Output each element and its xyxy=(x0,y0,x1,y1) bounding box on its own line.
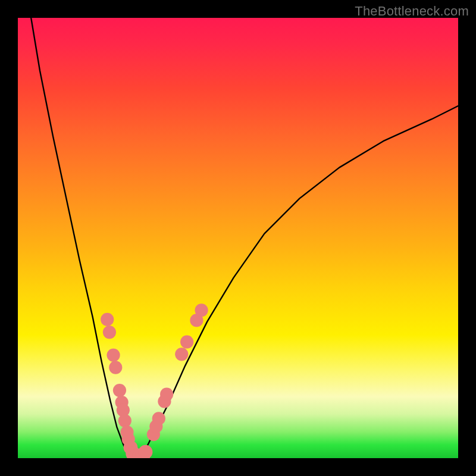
data-point xyxy=(195,303,208,317)
data-point xyxy=(152,412,165,425)
bottleneck-curve xyxy=(31,18,458,458)
data-point xyxy=(107,349,120,362)
data-point xyxy=(118,414,131,427)
chart-frame: TheBottleneck.com xyxy=(0,0,476,476)
data-point xyxy=(109,361,122,374)
data-point xyxy=(113,384,126,397)
data-point xyxy=(101,313,114,326)
data-point xyxy=(103,325,116,339)
marker-group xyxy=(101,303,208,458)
curve-group xyxy=(31,18,458,458)
data-point xyxy=(139,445,153,458)
data-point xyxy=(175,347,188,361)
chart-overlay xyxy=(18,18,458,458)
plot-area xyxy=(18,18,458,458)
data-point xyxy=(160,388,173,401)
watermark-text: TheBottleneck.com xyxy=(355,4,469,19)
data-point xyxy=(180,336,193,349)
